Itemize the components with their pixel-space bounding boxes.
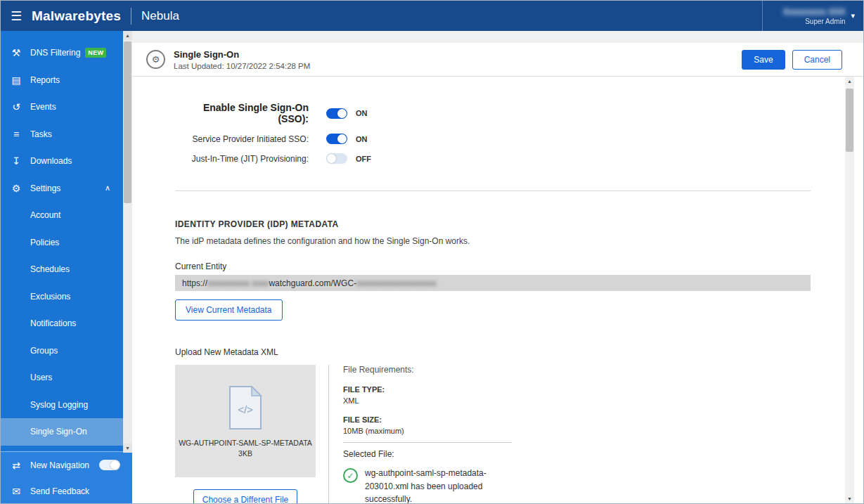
sidebar-scrollbar-track[interactable]	[123, 40, 132, 444]
sidebar-item-label: Notifications	[30, 318, 76, 328]
sidebar-scroll-area: ⚒ DNS Filtering NEW ▤ Reports ↺ Events ≡…	[1, 31, 123, 451]
svg-text:</>: </>	[238, 403, 253, 415]
page-title: Single Sign-On	[174, 49, 310, 60]
sidebar-item-users[interactable]: Users	[1, 364, 123, 392]
main-top-gap	[132, 31, 863, 43]
account-role: Super Admin	[773, 18, 845, 25]
sidebar-item-dns-filtering[interactable]: ⚒ DNS Filtering NEW	[1, 39, 123, 67]
uploaded-file-card: </> WG-AUTHPOINT-SAML-SP-METADATA 3KB	[175, 365, 316, 477]
cancel-button[interactable]: Cancel	[792, 50, 842, 70]
current-entity-label: Current Entity	[175, 261, 818, 271]
main-scrollbar-track[interactable]	[845, 86, 854, 494]
app-window: ☰ Malwarebytes Nebula Xxxxxxxxx XXX Supe…	[0, 0, 864, 504]
last-updated-text: Last Updated: 10/27/2022 2:54:28 PM	[174, 62, 310, 70]
save-button[interactable]: Save	[742, 50, 785, 70]
view-current-metadata-button[interactable]: View Current Metadata	[175, 299, 283, 321]
sidebar-item-label: Send Feedback	[30, 486, 89, 496]
enable-sso-toggle[interactable]	[326, 108, 347, 119]
choose-different-file-button[interactable]: Choose a Different File	[193, 489, 298, 503]
account-name: Xxxxxxxxx XXX	[773, 7, 845, 17]
downloads-icon: ↧	[11, 155, 22, 167]
new-navigation-icon: ⇄	[11, 460, 22, 471]
scroll-up-icon[interactable]: ▲	[123, 31, 132, 40]
sso-settings-panel: Enable Single Sign-On (SSO): ON Service …	[132, 77, 863, 503]
main-area: ⚙ Single Sign-On Last Updated: 10/27/202…	[132, 31, 863, 503]
file-size-value: 10MB (maximum)	[343, 427, 512, 435]
scroll-up-icon[interactable]: ▲	[845, 77, 854, 86]
enable-sso-state: ON	[356, 109, 368, 117]
toggle-knob	[337, 109, 347, 118]
new-navigation-toggle[interactable]	[99, 460, 120, 470]
sp-initiated-sso-toggle[interactable]	[326, 134, 347, 144]
sidebar-item-tasks[interactable]: ≡ Tasks	[1, 121, 123, 148]
sso-gear-icon: ⚙	[146, 50, 165, 69]
sp-initiated-sso-label: Service Provider Initiated SSO:	[175, 134, 309, 144]
upload-success-message: wg-authpoint-saml-sp-metadata-203010.xml…	[365, 467, 490, 503]
enable-sso-label: Enable Single Sign-On (SSO):	[175, 102, 309, 124]
account-menu[interactable]: Xxxxxxxxx XXX Super Admin ▾	[762, 1, 863, 31]
hamburger-menu-icon[interactable]: ☰	[1, 8, 32, 24]
sidebar-item-schedules[interactable]: Schedules	[1, 256, 123, 283]
sp-initiated-sso-row: Service Provider Initiated SSO: ON	[175, 134, 818, 144]
sidebar-item-downloads[interactable]: ↧ Downloads	[1, 148, 123, 175]
dns-filtering-icon: ⚒	[11, 47, 22, 58]
sidebar-item-settings[interactable]: ⚙ Settings ∧	[1, 175, 123, 202]
sidebar-scrollbar-thumb[interactable]	[124, 41, 131, 203]
sidebar-item-single-sign-on[interactable]: Single Sign-On	[1, 418, 123, 446]
entity-url-prefix: https://	[182, 278, 207, 288]
scroll-down-icon[interactable]: ▼	[845, 494, 854, 503]
sp-initiated-sso-state: ON	[356, 135, 368, 143]
section-divider	[175, 190, 811, 191]
idp-metadata-heading: IDENTITY PROVIDER (IDP) METADATA	[175, 219, 818, 229]
reports-icon: ▤	[11, 75, 22, 86]
send-feedback-icon: ✉	[11, 486, 22, 497]
sidebar-scrollbar[interactable]: ▲ ▼	[123, 31, 132, 453]
file-requirements-panel: File Requirements: FILE TYPE: XML FILE S…	[343, 365, 512, 503]
sidebar-item-policies[interactable]: Policies	[1, 229, 123, 257]
sidebar-item-label: Schedules	[30, 264, 70, 274]
entity-url-redacted-1: xxxxxxxxxx xxxx	[207, 278, 269, 288]
sidebar-item-label: Exclusions	[30, 292, 70, 302]
chevron-up-icon: ∧	[105, 183, 110, 193]
sidebar-item-groups[interactable]: Groups	[1, 337, 123, 365]
jit-provisioning-toggle[interactable]	[326, 153, 347, 164]
brand-divider	[131, 8, 131, 25]
sidebar-item-reports[interactable]: ▤ Reports	[1, 67, 123, 94]
sidebar-item-label: Single Sign-On	[30, 427, 87, 437]
file-requirements-title: File Requirements:	[343, 365, 512, 375]
sidebar-item-new-navigation[interactable]: ⇄ New Navigation	[1, 452, 132, 478]
sidebar-item-account[interactable]: Account	[1, 202, 123, 229]
topbar: ☰ Malwarebytes Nebula Xxxxxxxxx XXX Supe…	[1, 1, 863, 31]
current-entity-field: https://xxxxxxxxxx xxxx watchguard.com/W…	[175, 275, 811, 291]
new-badge: NEW	[85, 48, 106, 58]
sidebar-item-label: Syslog Logging	[30, 400, 88, 410]
sidebar-item-label: Reports	[30, 75, 60, 85]
scroll-down-icon[interactable]: ▼	[123, 444, 132, 453]
sidebar-item-label: Downloads	[30, 156, 72, 166]
enable-sso-row: Enable Single Sign-On (SSO): ON	[175, 102, 818, 124]
sidebar-item-label: Settings	[30, 183, 60, 193]
toggle-knob	[110, 460, 120, 470]
jit-provisioning-label: Just-In-Time (JIT) Provisioning:	[175, 154, 309, 164]
sidebar-item-exclusions[interactable]: Exclusions	[1, 283, 123, 311]
sidebar-item-label: Users	[30, 373, 52, 382]
product-name: Nebula	[141, 9, 179, 23]
main-scrollbar-thumb[interactable]	[846, 89, 853, 152]
uploaded-file-name: WG-AUTHPOINT-SAML-SP-METADATA	[179, 439, 312, 447]
uploaded-file-size: 3KB	[238, 449, 252, 458]
sidebar-item-syslog-logging[interactable]: Syslog Logging	[1, 392, 123, 419]
main-scrollbar[interactable]: ▲ ▼	[845, 77, 854, 503]
jit-provisioning-row: Just-In-Time (JIT) Provisioning: OFF	[175, 153, 818, 164]
success-check-icon: ✓	[343, 468, 358, 483]
entity-url-middle: watchguard.com/WGC-	[269, 278, 356, 288]
sidebar-item-send-feedback[interactable]: ✉ Send Feedback	[1, 478, 132, 504]
sidebar-item-label: Policies	[30, 238, 59, 247]
sidebar-item-notifications[interactable]: Notifications	[1, 310, 123, 337]
chevron-down-icon[interactable]: ▾	[851, 11, 855, 20]
sidebar-item-label: Tasks	[30, 129, 52, 139]
sidebar-item-label: Groups	[30, 346, 58, 356]
idp-metadata-description: The idP metadata defines the configurati…	[175, 236, 818, 246]
upload-success-row: ✓ wg-authpoint-saml-sp-metadata-203010.x…	[343, 467, 512, 503]
sidebar-item-events[interactable]: ↺ Events	[1, 93, 123, 121]
tasks-icon: ≡	[11, 129, 22, 140]
